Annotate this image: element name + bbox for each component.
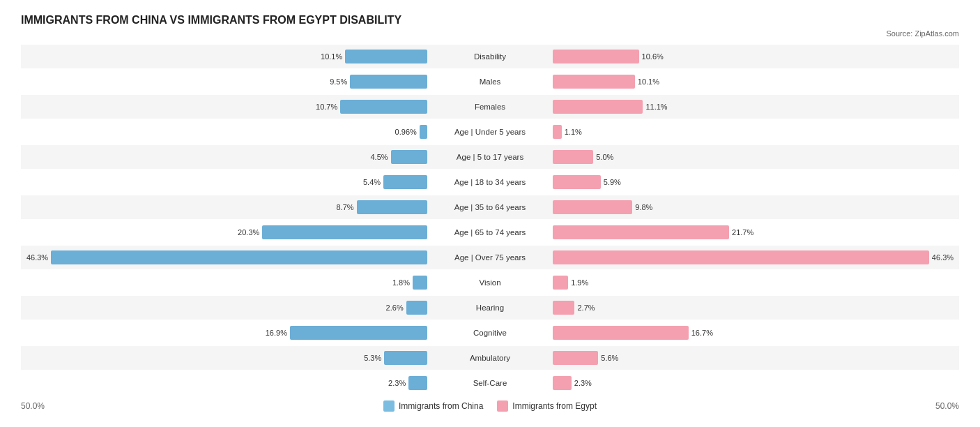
bar-row: 10.7%Females11.1% [21, 95, 959, 119]
bar-left-value: 1.8% [392, 278, 410, 287]
bar-blue [345, 50, 427, 63]
bar-row: 5.3%Ambulatory5.6% [21, 346, 959, 370]
bar-center-label: Age | 18 to 34 years [427, 178, 553, 186]
bar-pink [553, 100, 643, 114]
bar-left-value: 9.5% [330, 77, 347, 86]
bar-left-value: 10.1% [321, 52, 342, 61]
bar-row: 46.3%Age | Over 75 years46.3% [21, 246, 959, 269]
bar-center-label: Females [427, 103, 553, 111]
bar-center-label: Age | 65 to 74 years [427, 228, 553, 237]
bar-left-value: 0.96% [395, 128, 417, 136]
bar-pink [553, 75, 635, 89]
bar-center-label: Age | 35 to 64 years [427, 203, 553, 211]
bar-center-label: Age | Over 75 years [427, 253, 553, 262]
bar-row: 10.1%Disability10.6% [21, 45, 959, 68]
bar-pink [553, 125, 562, 139]
bar-right-value: 5.0% [596, 153, 613, 161]
chart-area: 10.1%Disability10.6%9.5%Males10.1%10.7%F… [21, 45, 959, 412]
bar-left-value: 2.3% [388, 379, 406, 387]
bar-row: 4.5%Age | 5 to 17 years5.0% [21, 145, 959, 169]
legend-egypt-label: Immigrants from Egypt [512, 401, 597, 411]
legend-area: 50.0% Immigrants from China Immigrants f… [21, 400, 959, 412]
bar-right-value: 46.3% [932, 253, 954, 262]
bar-pink [553, 150, 593, 164]
source-label: Source: ZipAtlas.com [21, 29, 959, 38]
legend-china-box [383, 400, 395, 412]
bar-row: 2.3%Self-Care2.3% [21, 371, 959, 395]
bar-pink [553, 225, 729, 239]
bar-row: 16.9%Cognitive16.7% [21, 321, 959, 345]
legend-egypt: Immigrants from Egypt [497, 400, 597, 412]
legend-china-label: Immigrants from China [399, 401, 483, 411]
bar-row: 8.7%Age | 35 to 64 years9.8% [21, 195, 959, 219]
bar-blue [290, 326, 427, 340]
bar-right-value: 5.6% [601, 354, 618, 362]
legend-egypt-box [497, 400, 508, 412]
bar-center-label: Age | 5 to 17 years [427, 153, 553, 161]
bar-right-value: 10.6% [642, 52, 664, 61]
bar-left-value: 46.3% [26, 253, 48, 262]
bar-left-value: 4.5% [370, 153, 388, 161]
bar-right-value: 1.9% [571, 278, 588, 287]
bar-center-label: Self-Care [427, 379, 553, 387]
bar-blue [384, 351, 427, 365]
bar-left-value: 16.9% [266, 329, 287, 337]
bar-left-value: 8.7% [336, 203, 353, 211]
bar-row: 0.96%Age | Under 5 years1.1% [21, 120, 959, 144]
legend-center: Immigrants from China Immigrants from Eg… [383, 400, 597, 412]
bar-blue [391, 150, 427, 164]
legend-china: Immigrants from China [383, 400, 483, 412]
axis-left-label: 50.0% [21, 401, 45, 411]
bar-left-value: 10.7% [316, 103, 337, 111]
bar-right-value: 11.1% [645, 103, 667, 111]
bar-left-value: 2.6% [386, 304, 404, 312]
bar-center-label: Hearing [427, 304, 553, 312]
bar-right-value: 5.9% [604, 178, 621, 186]
bar-blue [357, 200, 427, 214]
bar-right-value: 10.1% [638, 77, 659, 86]
bar-right-value: 2.3% [574, 379, 592, 387]
bar-left-value: 20.3% [238, 228, 259, 237]
bar-blue [406, 301, 427, 315]
bar-row: 5.4%Age | 18 to 34 years5.9% [21, 170, 959, 194]
axis-right-label: 50.0% [935, 401, 959, 411]
bar-right-value: 1.1% [565, 128, 582, 136]
bar-pink [553, 50, 639, 63]
bar-blue [350, 75, 427, 89]
bar-blue [262, 225, 427, 239]
bar-center-label: Males [427, 77, 553, 86]
bar-blue [340, 100, 427, 114]
bar-right-value: 2.7% [577, 304, 595, 312]
bar-pink [553, 301, 574, 315]
bar-pink [553, 376, 572, 390]
bar-blue [383, 175, 427, 189]
bar-left-value: 5.4% [363, 178, 381, 186]
chart-title: IMMIGRANTS FROM CHINA VS IMMIGRANTS FROM… [21, 14, 959, 27]
bar-center-label: Vision [427, 278, 553, 287]
bar-pink [553, 175, 601, 189]
bar-pink [553, 326, 689, 340]
bar-center-label: Disability [427, 52, 553, 61]
bar-row: 1.8%Vision1.9% [21, 271, 959, 294]
bar-pink [553, 200, 632, 214]
bar-center-label: Cognitive [427, 329, 553, 337]
bar-right-value: 21.7% [732, 228, 753, 237]
bar-pink [553, 276, 568, 290]
bar-pink [553, 351, 598, 365]
bar-left-value: 5.3% [364, 354, 381, 362]
bar-row: 2.6%Hearing2.7% [21, 296, 959, 320]
bar-blue [413, 276, 427, 290]
bar-blue [51, 250, 427, 264]
bar-center-label: Ambulatory [427, 354, 553, 362]
bar-blue [420, 125, 427, 139]
bar-row: 20.3%Age | 65 to 74 years21.7% [21, 220, 959, 244]
bar-blue [408, 376, 427, 390]
bar-row: 9.5%Males10.1% [21, 70, 959, 93]
bar-right-value: 9.8% [635, 203, 652, 211]
bar-center-label: Age | Under 5 years [427, 128, 553, 136]
bar-right-value: 16.7% [691, 329, 713, 337]
bar-pink [553, 250, 929, 264]
